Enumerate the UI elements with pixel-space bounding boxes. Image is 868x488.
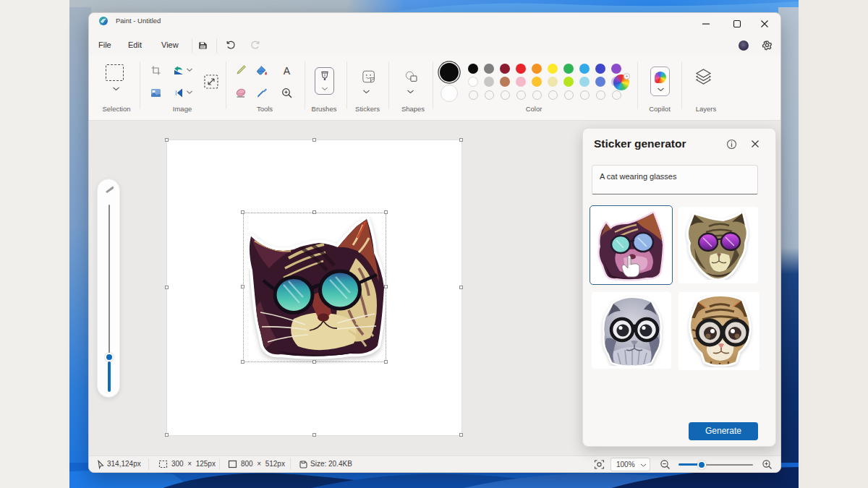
svg-text:A: A	[284, 65, 291, 76]
